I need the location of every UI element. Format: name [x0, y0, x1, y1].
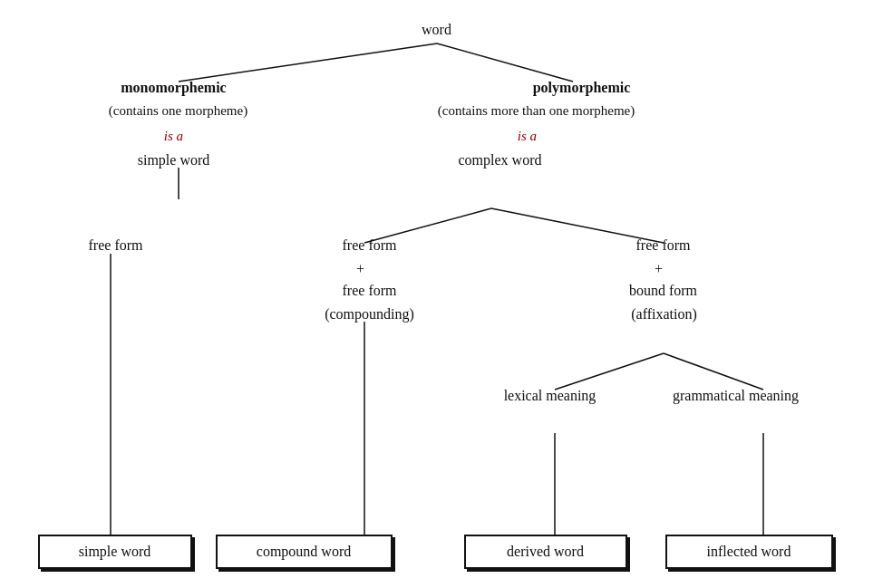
polymorphemic-sub-label: (contains more than one morpheme): [438, 103, 635, 118]
complex-word-label: complex word: [459, 152, 542, 168]
free-form-right-label: free form: [636, 237, 691, 253]
affixation-node: (affixation): [592, 306, 737, 323]
free-form-right-node: free form: [591, 237, 736, 254]
box-simple-word: simple word: [38, 535, 192, 569]
box-simple-label: simple word: [79, 544, 151, 559]
word-node: word: [401, 22, 473, 38]
monomorphemic-label: monomorphemic: [121, 80, 226, 95]
polymorphemic-label: polymorphemic: [533, 80, 631, 95]
free-form-left-node: free form: [44, 237, 189, 254]
svg-line-0: [179, 43, 437, 82]
svg-line-1: [437, 43, 573, 82]
polymorphemic-isa-node: is a: [437, 129, 618, 144]
free-form-mid2-label: free form: [343, 283, 397, 298]
free-form-mid-label: free form: [343, 237, 397, 253]
monomorphemic-node: monomorphemic: [65, 80, 283, 96]
plus-right-node: +: [623, 261, 695, 277]
affixation-label: (affixation): [631, 306, 697, 322]
bound-form-label: bound form: [629, 283, 697, 298]
monomorphemic-sub-label: (contains one morpheme): [109, 103, 247, 118]
monomorphemic-isa-node: is a: [83, 129, 265, 144]
free-form-mid2-node: free form: [297, 283, 442, 299]
svg-line-7: [555, 353, 664, 390]
bound-form-node: bound form: [591, 283, 736, 299]
complex-word-node: complex word: [410, 152, 591, 169]
plus-mid-node: +: [325, 261, 397, 277]
lexical-meaning-node: lexical meaning: [473, 388, 627, 404]
box-derived-label: derived word: [507, 544, 584, 559]
monomorphemic-sub-node: (contains one morpheme): [38, 103, 319, 119]
compounding-node: (compounding): [288, 306, 451, 323]
svg-line-8: [664, 353, 763, 390]
box-derived-word: derived word: [464, 535, 627, 569]
plus-right-label: +: [655, 261, 663, 276]
free-form-left-label: free form: [89, 237, 143, 253]
grammatical-meaning-label: grammatical meaning: [673, 388, 799, 403]
plus-mid-label: +: [356, 261, 364, 276]
polymorphemic-node: polymorphemic: [455, 80, 709, 96]
polymorphemic-sub-node: (contains more than one morpheme): [355, 103, 718, 119]
polymorphemic-isa-label: is a: [518, 129, 537, 143]
box-compound-label: compound word: [257, 544, 351, 559]
simple-word-top-node: simple word: [65, 152, 283, 169]
monomorphemic-isa-label: is a: [164, 129, 183, 143]
grammatical-meaning-node: grammatical meaning: [645, 388, 827, 404]
free-form-mid-node: free form: [297, 237, 442, 254]
diagram: word monomorphemic (contains one morphem…: [11, 9, 863, 580]
simple-word-top-label: simple word: [138, 152, 210, 168]
word-label: word: [422, 22, 451, 37]
compounding-label: (compounding): [325, 306, 414, 322]
box-inflected-label: inflected word: [707, 544, 791, 559]
box-compound-word: compound word: [216, 535, 393, 569]
lexical-meaning-label: lexical meaning: [504, 388, 597, 403]
box-inflected-word: inflected word: [665, 535, 833, 569]
